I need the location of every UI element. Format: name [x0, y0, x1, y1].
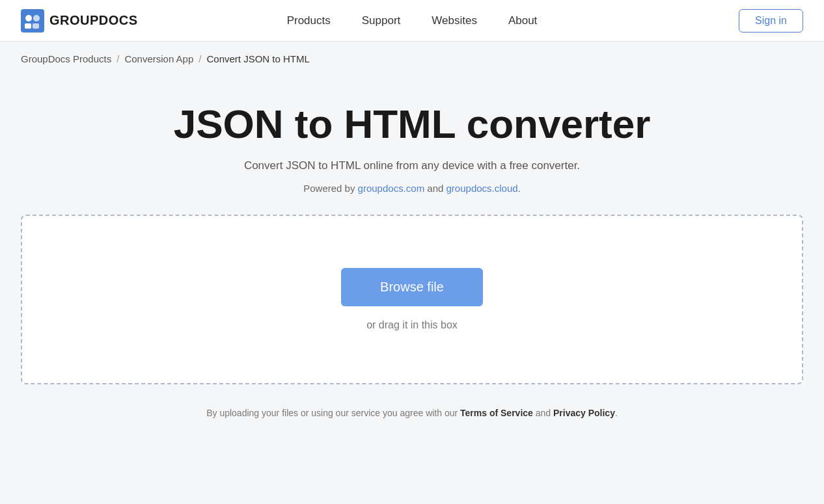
groupdocs-com-link[interactable]: groupdocs.com: [358, 183, 425, 194]
svg-rect-4: [33, 23, 39, 29]
powered-by: Powered by groupdocs.com and groupdocs.c…: [303, 183, 521, 194]
sign-in-button[interactable]: Sign in: [739, 9, 803, 33]
svg-rect-3: [25, 23, 31, 29]
nav-item-about[interactable]: About: [508, 14, 537, 27]
svg-point-2: [33, 15, 40, 21]
footer-prefix: By uploading your files or using our ser…: [206, 408, 460, 418]
footer-and: and: [533, 408, 553, 418]
breadcrumb-separator-2: /: [199, 53, 201, 64]
nav-item-websites[interactable]: Websites: [432, 14, 477, 27]
footer-note: By uploading your files or using our ser…: [206, 408, 618, 418]
logo-area: GROUPDOCS: [21, 9, 138, 33]
powered-by-suffix: .: [518, 183, 521, 194]
privacy-policy-link[interactable]: Privacy Policy: [553, 408, 615, 418]
header: GROUPDOCS Products Support Websites Abou…: [0, 0, 824, 42]
header-right: Sign in: [739, 9, 803, 33]
breadcrumb-separator-1: /: [117, 53, 119, 64]
browse-file-button[interactable]: Browse file: [341, 268, 483, 306]
logo-text: GROUPDOCS: [49, 13, 138, 28]
page-subtitle: Convert JSON to HTML online from any dev…: [244, 159, 580, 172]
drop-zone[interactable]: Browse file or drag it in this box: [21, 215, 803, 384]
powered-by-middle: and: [424, 183, 446, 194]
nav-item-products[interactable]: Products: [287, 14, 331, 27]
main-content: JSON to HTML converter Convert JSON to H…: [0, 76, 824, 418]
svg-rect-0: [21, 9, 44, 33]
breadcrumb-groupdocs-products[interactable]: GroupDocs Products: [21, 53, 111, 64]
powered-by-prefix: Powered by: [303, 183, 357, 194]
main-nav: Products Support Websites About: [287, 14, 538, 27]
breadcrumb-conversion-app[interactable]: Conversion App: [124, 53, 193, 64]
groupdocs-logo-icon: [21, 9, 44, 33]
nav-item-support[interactable]: Support: [362, 14, 401, 27]
breadcrumb-current: Convert JSON to HTML: [206, 53, 309, 64]
footer-suffix: .: [615, 408, 618, 418]
groupdocs-cloud-link[interactable]: groupdocs.cloud: [446, 183, 518, 194]
svg-point-1: [25, 15, 32, 21]
breadcrumb: GroupDocs Products / Conversion App / Co…: [0, 42, 824, 76]
terms-of-service-link[interactable]: Terms of Service: [460, 408, 533, 418]
page-title: JSON to HTML converter: [174, 102, 651, 146]
drag-drop-hint: or drag it in this box: [366, 319, 458, 331]
